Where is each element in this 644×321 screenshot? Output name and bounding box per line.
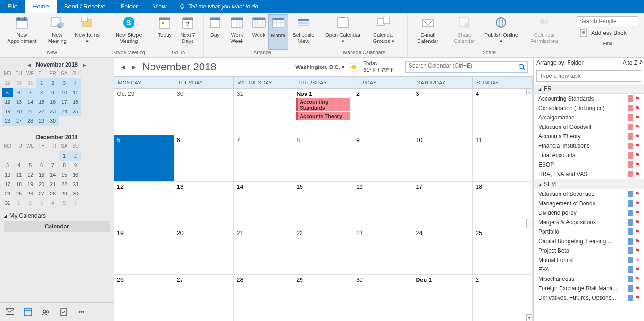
nav-day-cell[interactable]: 22: [59, 179, 70, 189]
nav-day-cell[interactable]: [59, 116, 70, 126]
calendar-day-cell[interactable]: 10: [413, 135, 473, 181]
calendar-day-cell[interactable]: 8: [293, 135, 353, 181]
task-item[interactable]: Project Beta⚑: [534, 246, 644, 255]
month-button[interactable]: Month: [268, 14, 288, 50]
nav-day-cell[interactable]: 18: [70, 97, 81, 107]
calendar-day-cell[interactable]: 9: [353, 135, 413, 181]
calendar-groups-button[interactable]: Calendar Groups ▾: [362, 14, 405, 50]
new-meeting-button[interactable]: New Meeting: [42, 14, 73, 50]
share-calendar-button[interactable]: Share Calendar: [446, 14, 483, 50]
nav-day-cell[interactable]: 2: [47, 78, 59, 88]
nav-day-cell[interactable]: 5: [2, 88, 13, 97]
calendar-day-cell[interactable]: 21: [234, 228, 293, 274]
flag-icon[interactable]: ⚑: [635, 171, 640, 177]
nav-day-cell[interactable]: 16: [70, 170, 81, 179]
task-group-header[interactable]: ◢ FR: [534, 84, 644, 94]
nav-day-cell[interactable]: 22: [36, 107, 47, 116]
nav-day-cell[interactable]: 14: [47, 170, 59, 179]
nav-day-cell[interactable]: [70, 116, 81, 126]
nav-day-cell[interactable]: 7: [25, 88, 36, 97]
flag-icon[interactable]: ⚑: [635, 200, 640, 207]
nav-day-cell[interactable]: 23: [47, 107, 59, 116]
nav-day-cell[interactable]: 1: [13, 198, 25, 208]
people-icon[interactable]: [42, 308, 50, 316]
flag-icon[interactable]: ⚑: [635, 133, 640, 140]
address-book-button[interactable]: Address Book: [577, 27, 638, 39]
nav-day-cell[interactable]: 2: [70, 151, 81, 160]
nav-day-cell[interactable]: 30: [70, 189, 81, 198]
nav-day-cell[interactable]: 12: [2, 97, 13, 107]
task-item[interactable]: Dividend policy⚑: [534, 208, 644, 218]
nav-day-cell[interactable]: 13: [36, 170, 47, 179]
nav-day-cell[interactable]: 6: [13, 88, 25, 97]
calendar-grid[interactable]: ▴ ▾ Oct 293031Nov 1Accounting StandardsA…: [114, 89, 533, 321]
nav-day-cell[interactable]: 15: [59, 170, 70, 179]
nav-day-cell[interactable]: 27: [36, 189, 47, 198]
mail-icon[interactable]: [6, 308, 14, 316]
home-tab[interactable]: Home: [25, 0, 57, 13]
more-icon[interactable]: •••: [77, 308, 86, 316]
flag-icon[interactable]: ⚑: [635, 95, 640, 102]
task-item[interactable]: Valuation of Securities⚑: [534, 189, 644, 199]
nav-day-cell[interactable]: 10: [59, 88, 70, 97]
calendar-day-cell[interactable]: 23: [353, 228, 413, 274]
calendar-day-cell[interactable]: 2: [353, 89, 413, 135]
today-button[interactable]: Today: [155, 14, 174, 50]
task-item[interactable]: Mergers & Acquisitions⚑: [534, 218, 644, 227]
calendar-event[interactable]: Accounts Theory: [296, 112, 350, 120]
flag-icon[interactable]: ⚑: [635, 285, 640, 292]
calendar-day-cell[interactable]: 19: [114, 228, 174, 274]
task-item[interactable]: Financial Institutions⚑: [534, 141, 644, 151]
task-item[interactable]: Accounts Theory⚑: [534, 132, 644, 141]
calendar-day-cell[interactable]: 4: [473, 89, 533, 135]
nav-day-cell[interactable]: 19: [25, 179, 36, 189]
next7days-button[interactable]: 7 Next 7 Days: [174, 14, 201, 50]
arrange-by-button[interactable]: Arrange by: Folder: [536, 59, 583, 66]
calendar-day-cell[interactable]: 25: [473, 228, 533, 274]
close-task-pane-button[interactable]: ×: [639, 58, 643, 65]
flag-icon[interactable]: ⚑: [635, 105, 640, 111]
task-item[interactable]: Consolidation (Holding co)⚑: [534, 103, 644, 113]
calendar-day-cell[interactable]: 26: [114, 275, 174, 321]
nav-day-cell[interactable]: [13, 151, 25, 160]
calendar-day-cell[interactable]: 30: [174, 89, 234, 135]
nav-day-cell[interactable]: 25: [13, 189, 25, 198]
nav-day-cell[interactable]: 28: [47, 189, 59, 198]
nav-day-cell[interactable]: 20: [13, 107, 25, 116]
nav-day-cell[interactable]: 1: [36, 78, 47, 88]
calendar-day-cell[interactable]: 14: [234, 182, 293, 228]
sort-button[interactable]: A to Z ▴: [623, 59, 641, 66]
nav-day-cell[interactable]: 4: [70, 78, 81, 88]
nav-day-cell[interactable]: 17: [2, 179, 13, 189]
task-item[interactable]: EVA⚑: [534, 265, 644, 274]
view-tab[interactable]: View: [146, 0, 174, 13]
calendar-day-cell[interactable]: 17: [413, 182, 473, 228]
nav-day-cell[interactable]: 6: [36, 160, 47, 170]
nav-day-cell[interactable]: [2, 151, 13, 160]
nav-day-cell[interactable]: 19: [2, 107, 13, 116]
nav-day-cell[interactable]: 10: [2, 170, 13, 179]
nav-day-cell[interactable]: 21: [47, 179, 59, 189]
task-item[interactable]: Amalgamation⚑: [534, 113, 644, 122]
open-calendar-button[interactable]: Open Calendar ▾: [323, 14, 362, 50]
search-calendar-input[interactable]: [409, 62, 512, 69]
flag-icon[interactable]: ⚑: [635, 210, 640, 216]
nav-day-cell[interactable]: 24: [2, 189, 13, 198]
skype-meeting-button[interactable]: S New Skype Meeting: [106, 14, 151, 50]
nav-day-cell[interactable]: 3: [2, 160, 13, 170]
nav-day-cell[interactable]: 13: [13, 97, 25, 107]
cal-prev-button[interactable]: ◀: [119, 63, 127, 71]
calendar-item[interactable]: Calendar: [4, 221, 110, 232]
nav-day-cell[interactable]: 3: [59, 78, 70, 88]
task-item[interactable]: Derivatives, Futures, Options...⚑: [534, 293, 644, 303]
task-item[interactable]: HRA, EVA and VAS⚑: [534, 169, 644, 179]
nav-day-cell[interactable]: 21: [25, 107, 36, 116]
nav-day-cell[interactable]: 9: [70, 160, 81, 170]
nav-day-cell[interactable]: 23: [70, 179, 81, 189]
calendar-day-cell[interactable]: 27: [174, 275, 234, 321]
calendar-event[interactable]: Accounting Standards: [296, 98, 350, 111]
nav-day-cell[interactable]: 11: [70, 88, 81, 97]
flag-icon[interactable]: ⚑: [635, 295, 640, 301]
nav-day-cell[interactable]: 2: [25, 198, 36, 208]
search-calendar[interactable]: [405, 61, 528, 73]
